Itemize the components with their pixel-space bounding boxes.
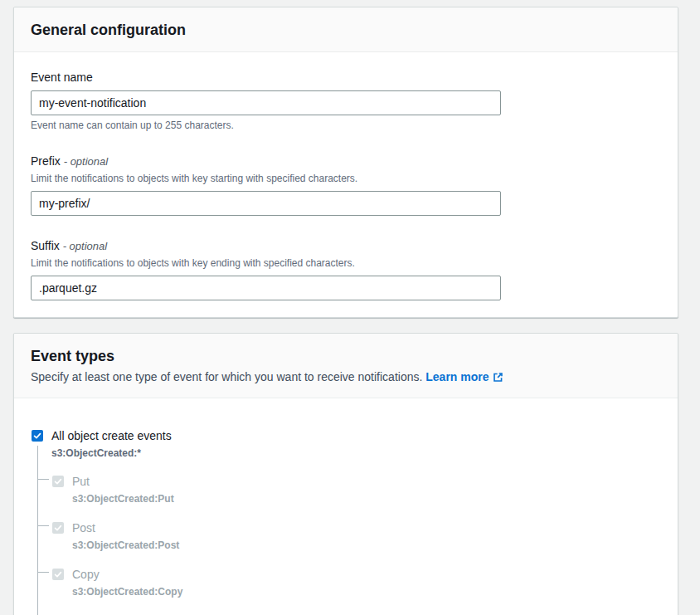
suffix-label-text: Suffix bbox=[31, 239, 63, 252]
check-icon bbox=[53, 476, 63, 486]
copy-item: Copy s3:ObjectCreated:Copy bbox=[52, 566, 661, 598]
panel-title: General configuration bbox=[31, 22, 661, 39]
page: General configuration Event name Event n… bbox=[0, 0, 700, 615]
copy-label: Copy bbox=[72, 566, 100, 583]
all-object-create-events-checkbox[interactable] bbox=[32, 430, 43, 442]
copy-code: s3:ObjectCreated:Copy bbox=[72, 585, 661, 598]
suffix-input[interactable] bbox=[31, 276, 501, 300]
prefix-input[interactable] bbox=[31, 191, 501, 216]
general-configuration-body: Event name Event name can contain up to … bbox=[14, 52, 678, 317]
learn-more-label: Learn more bbox=[425, 370, 489, 383]
put-label: Put bbox=[72, 473, 90, 490]
event-name-help-text: Event name can contain up to 255 charact… bbox=[31, 120, 661, 131]
put-checkbox bbox=[52, 476, 64, 487]
check-icon bbox=[53, 569, 63, 579]
suffix-description: Limit the notifications to objects with … bbox=[31, 256, 661, 270]
prefix-field-group: Prefix - optional Limit the notification… bbox=[31, 154, 661, 216]
post-row: Post bbox=[52, 520, 661, 536]
put-code: s3:ObjectCreated:Put bbox=[72, 492, 661, 505]
object-create-events-tree: All object create events s3:ObjectCreate… bbox=[32, 427, 661, 615]
event-name-input[interactable] bbox=[31, 90, 501, 115]
all-object-create-events-label: All object create events bbox=[51, 427, 172, 444]
external-link-icon bbox=[493, 372, 503, 385]
copy-row: Copy bbox=[52, 566, 661, 583]
check-icon bbox=[32, 431, 42, 441]
put-row: Put bbox=[52, 473, 661, 490]
learn-more-link[interactable]: Learn more bbox=[425, 370, 503, 383]
event-types-body: All object create events s3:ObjectCreate… bbox=[14, 398, 678, 615]
suffix-field-group: Suffix - optional Limit the notification… bbox=[31, 238, 661, 300]
prefix-optional-text: - optional bbox=[64, 155, 108, 168]
event-types-panel: Event types Specify at least one type of… bbox=[13, 333, 678, 615]
tree-children: Put s3:ObjectCreated:Put Post s3:ObjectC… bbox=[52, 473, 661, 615]
event-name-field-group: Event name Event name can contain up to … bbox=[31, 70, 661, 131]
post-code: s3:ObjectCreated:Post bbox=[72, 539, 661, 552]
prefix-label-text: Prefix bbox=[31, 154, 64, 168]
tree-vertical-line bbox=[37, 446, 38, 615]
copy-checkbox bbox=[52, 569, 64, 580]
panel-title: Event types bbox=[31, 348, 661, 365]
prefix-description: Limit the notifications to objects with … bbox=[31, 172, 661, 185]
suffix-label: Suffix - optional bbox=[31, 238, 661, 254]
panel-gap bbox=[13, 318, 700, 333]
post-label: Post bbox=[72, 520, 95, 536]
put-item: Put s3:ObjectCreated:Put bbox=[52, 473, 661, 505]
prefix-label: Prefix - optional bbox=[31, 154, 661, 169]
event-types-description-text: Specify at least one type of event for w… bbox=[31, 370, 422, 383]
all-object-create-events-row: All object create events bbox=[32, 427, 661, 444]
check-icon bbox=[53, 523, 63, 533]
suffix-optional-text: - optional bbox=[63, 240, 107, 252]
post-item: Post s3:ObjectCreated:Post bbox=[52, 520, 661, 552]
general-configuration-header: General configuration bbox=[14, 7, 678, 52]
all-object-create-events-code: s3:ObjectCreated:* bbox=[51, 447, 661, 460]
event-types-header: Event types Specify at least one type of… bbox=[14, 334, 678, 398]
event-name-label: Event name bbox=[31, 70, 661, 85]
post-checkbox bbox=[52, 522, 64, 534]
general-configuration-panel: General configuration Event name Event n… bbox=[13, 7, 678, 318]
event-types-description: Specify at least one type of event for w… bbox=[31, 370, 661, 385]
